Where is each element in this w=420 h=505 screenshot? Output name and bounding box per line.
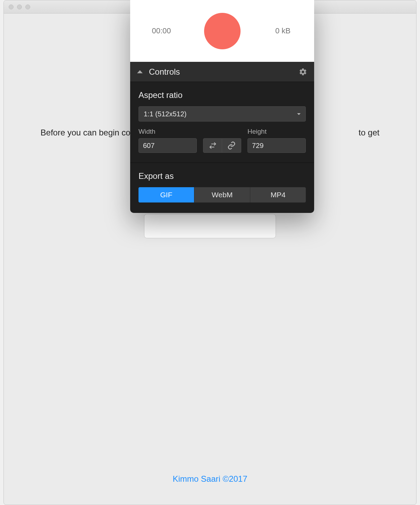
aspect-ratio-value: 1:1 (512x512) xyxy=(144,110,186,118)
aspect-ratio-title: Aspect ratio xyxy=(138,90,306,100)
zoom-dot[interactable] xyxy=(25,5,30,9)
paragraph-right: to get xyxy=(359,126,379,139)
controls-header[interactable]: Controls xyxy=(130,62,314,82)
aspect-ratio-section: Aspect ratio 1:1 (512x512) Width xyxy=(130,82,314,163)
recording-timer: 00:00 xyxy=(148,26,175,35)
export-format-group: GIF WebM MP4 xyxy=(138,187,306,202)
width-column: Width xyxy=(138,128,197,153)
height-input[interactable] xyxy=(247,138,306,153)
dimensions-row: Width Height xyxy=(138,128,306,153)
collapse-up-icon xyxy=(137,70,143,73)
export-gif-button[interactable]: GIF xyxy=(138,187,194,202)
close-dot[interactable] xyxy=(9,5,14,9)
export-section: Export as GIF WebM MP4 xyxy=(130,163,314,213)
record-button[interactable] xyxy=(204,13,241,49)
controls-title: Controls xyxy=(149,67,299,77)
recording-filesize: 0 kB xyxy=(269,26,297,35)
width-label: Width xyxy=(138,128,197,135)
export-mp4-button[interactable]: MP4 xyxy=(250,187,306,202)
recorder-top: 00:00 0 kB xyxy=(130,0,314,62)
background-button[interactable] xyxy=(144,214,276,238)
height-label: Height xyxy=(247,128,306,135)
export-title: Export as xyxy=(138,171,306,181)
minimize-dot[interactable] xyxy=(17,5,22,9)
dimension-buttons xyxy=(203,138,241,153)
link-button[interactable] xyxy=(222,138,241,153)
aspect-ratio-select[interactable]: 1:1 (512x512) xyxy=(138,106,306,122)
gear-icon[interactable] xyxy=(299,68,307,76)
width-input[interactable] xyxy=(138,138,197,153)
chevron-down-icon xyxy=(297,113,301,115)
footer-credit: Kimmo Saari ©2017 xyxy=(4,474,416,484)
export-webm-button[interactable]: WebM xyxy=(194,187,250,202)
link-icon xyxy=(227,141,236,150)
height-column: Height xyxy=(247,128,306,153)
swap-icon xyxy=(209,142,217,149)
recorder-panel: 00:00 0 kB Controls Aspect ratio 1:1 (51… xyxy=(130,0,314,213)
swap-button[interactable] xyxy=(203,138,222,153)
